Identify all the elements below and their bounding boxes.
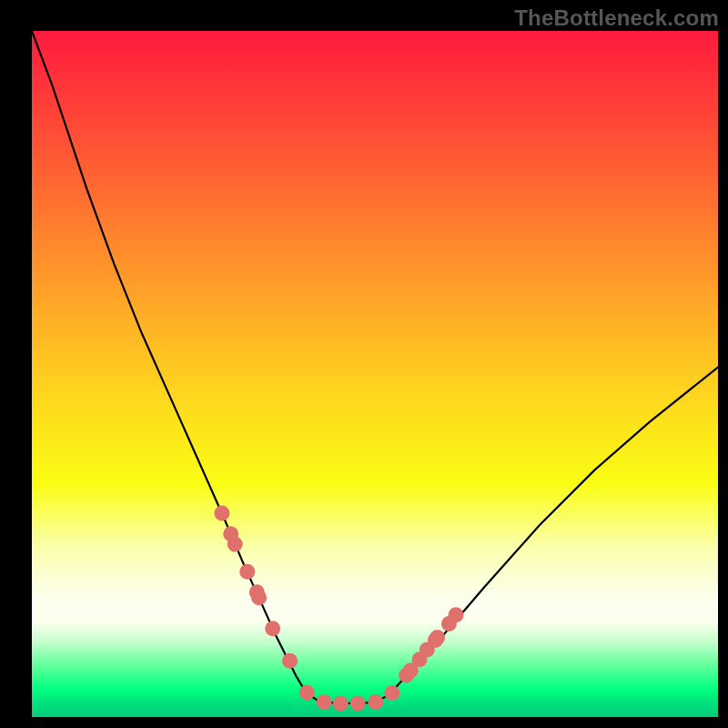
data-marker (251, 590, 267, 605)
curve-svg (32, 31, 718, 717)
chart-frame: TheBottleneck.com (0, 0, 728, 728)
bottleneck-curve (32, 31, 718, 703)
data-marker (228, 537, 243, 552)
marker-group (214, 506, 463, 712)
data-marker (317, 694, 332, 710)
data-marker (333, 695, 349, 711)
data-marker (430, 630, 445, 645)
data-marker (265, 621, 280, 636)
data-marker (299, 684, 315, 700)
data-marker (239, 564, 255, 580)
data-marker (449, 607, 464, 622)
data-marker (350, 695, 366, 711)
data-marker (384, 685, 399, 701)
data-marker (282, 653, 298, 669)
data-marker (368, 694, 383, 710)
data-marker (214, 506, 229, 521)
watermark-text: TheBottleneck.com (514, 5, 719, 31)
plot-area (32, 31, 718, 717)
